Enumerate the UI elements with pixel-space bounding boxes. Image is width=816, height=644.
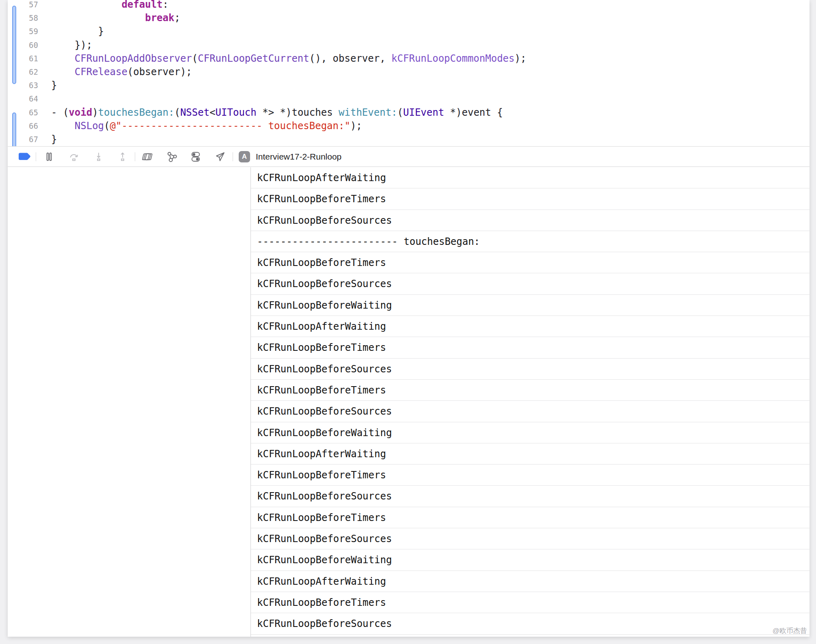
console-row: kCFRunLoopBeforeTimers [251, 337, 810, 358]
code-text: CFRelease(observer); [38, 65, 192, 79]
code-text: NSLog(@"------------------------ touches… [38, 119, 362, 133]
console-row: kCFRunLoopBeforeSources [251, 359, 810, 380]
code-text: } [38, 133, 57, 146]
breakpoints-toggle-icon[interactable] [17, 147, 32, 167]
code-lines: 57 default:58 break;59 }60 });61 CFRunLo… [8, 0, 810, 146]
console-row: kCFRunLoopBeforeWaiting [251, 295, 810, 316]
code-line[interactable]: 67} [8, 133, 810, 146]
view-hierarchy-icon[interactable] [140, 147, 153, 167]
change-bar [12, 6, 16, 84]
console-row: kCFRunLoopBeforeSources [251, 613, 810, 634]
pause-icon[interactable] [44, 147, 54, 167]
console-row: kCFRunLoopAfterWaiting [251, 571, 810, 592]
console-row: kCFRunLoopBeforeTimers [251, 380, 810, 401]
source-editor[interactable]: 57 default:58 break;59 }60 });61 CFRunLo… [8, 0, 810, 146]
console-row: ------------------------ touchesBegan: [251, 231, 810, 252]
console-row: kCFRunLoopBeforeSources [251, 401, 810, 422]
console-row: kCFRunLoopBeforeSources [251, 528, 810, 549]
console-row: kCFRunLoopAfterWaiting [251, 316, 810, 337]
step-over-icon[interactable] [69, 147, 79, 167]
step-into-icon[interactable] [93, 147, 104, 167]
code-line[interactable]: 64 [8, 92, 810, 106]
app-icon: A [239, 151, 250, 162]
step-out-icon[interactable] [117, 147, 128, 167]
code-text: } [38, 25, 104, 38]
console-row: kCFRunLoopAfterWaiting [251, 167, 810, 188]
code-text: }); [38, 39, 92, 52]
console-row: kCFRunLoopBeforeSources [251, 486, 810, 507]
console-row: kCFRunLoopBeforeWaiting [251, 422, 810, 443]
variables-pane[interactable] [8, 167, 250, 637]
memory-graph-icon[interactable] [166, 147, 177, 167]
console-row: kCFRunLoopBeforeTimers [251, 507, 810, 528]
code-line[interactable]: 66 NSLog(@"------------------------ touc… [8, 119, 810, 133]
console-row: kCFRunLoopBeforeTimers [251, 252, 810, 273]
console-output[interactable]: kCFRunLoopAfterWaitingkCFRunLoopBeforeTi… [251, 167, 810, 637]
console-row: kCFRunLoopBeforeTimers [251, 188, 810, 210]
code-text: break; [38, 11, 180, 25]
code-text: } [38, 79, 57, 92]
toolbar-separator [233, 152, 233, 161]
code-line[interactable]: 60 }); [8, 39, 810, 52]
line-number[interactable]: 64 [8, 92, 38, 106]
toolbar-separator [36, 152, 36, 161]
code-text [38, 92, 51, 106]
toolbar-separator [135, 152, 135, 161]
code-line[interactable]: 58 break; [8, 11, 810, 25]
change-bar [12, 112, 16, 146]
console-row: kCFRunLoopBeforeSources [251, 273, 810, 294]
console-row: kCFRunLoopAfterWaiting [251, 443, 810, 465]
console-row: kCFRunLoopBeforeWaiting [251, 549, 810, 571]
console-rows: kCFRunLoopAfterWaitingkCFRunLoopBeforeTi… [251, 167, 810, 635]
xcode-window: 57 default:58 break;59 }60 });61 CFRunLo… [8, 0, 810, 637]
code-line[interactable]: 65- (void)touchesBegan:(NSSet<UITouch *>… [8, 106, 810, 119]
code-text: default: [38, 0, 168, 11]
code-text: - (void)touchesBegan:(NSSet<UITouch *> *… [38, 106, 503, 119]
debug-toolbar: A Interview17-2-Runloop [8, 146, 810, 167]
process-name: Interview17-2-Runloop [256, 147, 341, 167]
code-line[interactable]: 57 default: [8, 0, 810, 11]
simulate-location-icon[interactable] [214, 147, 226, 167]
console-row: kCFRunLoopBeforeTimers [251, 465, 810, 486]
console-row: kCFRunLoopBeforeTimers [251, 592, 810, 613]
environment-overrides-icon[interactable] [190, 147, 201, 167]
code-line[interactable]: 62 CFRelease(observer); [8, 65, 810, 79]
watermark: @欧币杰昔 [773, 626, 807, 635]
code-line[interactable]: 61 CFRunLoopAddObserver(CFRunLoopGetCurr… [8, 52, 810, 65]
code-line[interactable]: 59 } [8, 25, 810, 38]
console-row: kCFRunLoopBeforeSources [251, 210, 810, 231]
code-line[interactable]: 63} [8, 79, 810, 92]
code-text: CFRunLoopAddObserver(CFRunLoopGetCurrent… [38, 52, 526, 65]
